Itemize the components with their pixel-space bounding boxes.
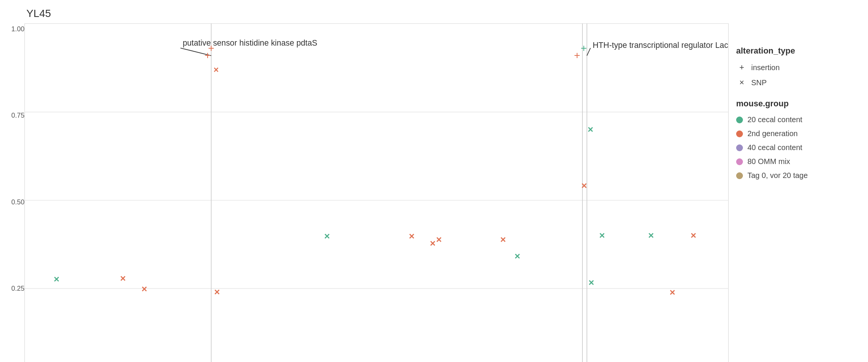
svg-text:×: × (588, 277, 594, 288)
svg-text:×: × (581, 180, 587, 191)
legend-item-snp: × SNP (736, 78, 857, 87)
plot-wrapper: 1.00 0.75 0.50 0.25 0.00 (4, 23, 729, 362)
svg-text:×: × (324, 230, 330, 241)
svg-text:×: × (515, 250, 520, 262)
legend-item-tag0: Tag 0, vor 20 tage (736, 171, 857, 180)
legend-dot-tag0 (736, 172, 743, 179)
svg-text:×: × (214, 65, 219, 75)
legend-item-80omm: 80 OMM mix (736, 157, 857, 166)
y-tick-4: 0.25 (11, 285, 24, 293)
legend-item-40cecal: 40 cecal content (736, 143, 857, 152)
svg-text:×: × (691, 230, 696, 241)
legend-dot-20cecal (736, 117, 743, 123)
legend-item-2ndgen: 2nd generation (736, 129, 857, 138)
legend-alteration-type-title: alteration_type (736, 46, 857, 56)
svg-text:×: × (120, 273, 126, 284)
svg-text:+: + (208, 42, 214, 54)
svg-text:×: × (500, 234, 506, 245)
legend-dot-40cecal (736, 144, 743, 151)
svg-text:×: × (142, 283, 147, 295)
svg-text:putative sensor histidine kina: putative sensor histidine kinase pdtaS (183, 38, 317, 48)
legend-dot-80omm (736, 158, 743, 165)
chart-title: YL45 (26, 8, 864, 20)
y-tick-3: 0.50 (11, 198, 24, 206)
legend-item-insertion: + insertion (736, 63, 857, 72)
plot-svg-container: putative sensor histidine kinase pdtaS H… (24, 23, 729, 362)
legend-area: alteration_type + insertion × SNP mouse.… (729, 23, 864, 362)
svg-text:×: × (436, 234, 442, 245)
legend-dot-2ndgen (736, 130, 743, 137)
svg-text:×: × (54, 273, 60, 284)
legend-40cecal-label: 40 cecal content (747, 143, 802, 152)
svg-text:×: × (599, 230, 605, 241)
svg-text:×: × (648, 230, 654, 241)
svg-text:+: + (581, 42, 587, 54)
svg-text:×: × (409, 230, 414, 241)
svg-text:×: × (588, 124, 593, 135)
y-tick-1: 1.00 (11, 25, 24, 33)
insertion-symbol: + (736, 63, 747, 72)
legend-tag0-label: Tag 0, vor 20 tage (747, 171, 808, 180)
legend-20cecal-label: 20 cecal content (747, 115, 802, 124)
svg-text:HTH-type transcriptional regul: HTH-type transcriptional regulator LacR (593, 41, 729, 50)
page-container: YL45 1.00 0.75 0.50 0.25 0.00 (0, 0, 868, 362)
snp-symbol: × (736, 78, 747, 87)
legend-mouse-group-title: mouse.group (736, 99, 857, 109)
legend-2ndgen-label: 2nd generation (747, 129, 798, 138)
legend-80omm-label: 80 OMM mix (747, 157, 790, 166)
y-tick-2: 0.75 (11, 112, 24, 120)
y-axis-ticks: 1.00 0.75 0.50 0.25 0.00 (4, 23, 24, 362)
svg-text:×: × (669, 287, 675, 298)
legend-insertion-label: insertion (751, 63, 780, 72)
svg-rect-0 (24, 23, 729, 362)
legend-snp-label: SNP (751, 78, 767, 87)
svg-text:×: × (214, 286, 220, 298)
svg-text:×: × (430, 237, 436, 248)
chart-area: 1.00 0.75 0.50 0.25 0.00 (4, 23, 864, 362)
plot-with-yaxis: 1.00 0.75 0.50 0.25 0.00 (4, 23, 729, 362)
legend-item-20cecal: 20 cecal content (736, 115, 857, 124)
svg-text:+: + (574, 49, 581, 61)
